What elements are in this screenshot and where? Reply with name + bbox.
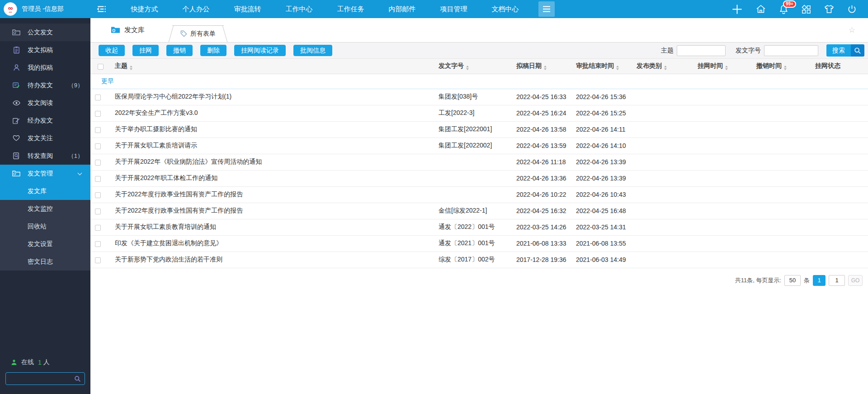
table-row[interactable]: 关于开展2022年职工体检工作的通知 2022-04-26 13:36 2022… bbox=[90, 170, 868, 186]
subject-input[interactable] bbox=[677, 45, 726, 56]
nav-item[interactable]: 工作任务 bbox=[325, 0, 377, 18]
page-title: 发文库 bbox=[111, 26, 145, 34]
nav-item[interactable]: 内部邮件 bbox=[377, 0, 428, 18]
row-checkbox[interactable] bbox=[95, 225, 101, 231]
doc-title[interactable]: 关于开展2022年职工体检工作的通知 bbox=[110, 170, 434, 186]
sidebar-item-jingban-fawen[interactable]: 经办发文 bbox=[0, 112, 90, 129]
doc-title[interactable]: 关于2022年度行政事业性国有资产工作的报告 bbox=[110, 203, 434, 219]
sort-arrows-icon[interactable] bbox=[664, 66, 667, 70]
sidebar-item-fawen-guanzhu[interactable]: 发文关注 bbox=[0, 129, 90, 147]
sidebar-subitem[interactable]: 发文监控 bbox=[0, 200, 90, 218]
more-menus-button[interactable] bbox=[538, 1, 555, 17]
home-icon[interactable] bbox=[755, 4, 766, 14]
nav-item[interactable]: 文档中心 bbox=[480, 0, 531, 18]
current-page-button[interactable]: 1 bbox=[813, 275, 826, 286]
column-header[interactable]: 主题 bbox=[110, 59, 434, 74]
approval-end-time: 2022-04-26 14:10 bbox=[571, 138, 632, 154]
search-button[interactable]: 搜索 bbox=[826, 44, 864, 57]
row-checkbox[interactable] bbox=[95, 127, 101, 133]
table-row[interactable]: 关于2022年度行政事业性国有资产工作的报告 2022-04-26 10:22 … bbox=[90, 186, 868, 203]
doc-title[interactable]: 关于新形势下党内政治生活的若干准则 bbox=[110, 252, 434, 268]
tab-all-forms[interactable]: 所有表单 bbox=[170, 25, 226, 42]
sidebar-search-icon[interactable] bbox=[74, 375, 81, 382]
toolbar-button[interactable]: 撤销 bbox=[166, 45, 193, 56]
column-header[interactable]: 审批结束时间 bbox=[571, 59, 632, 74]
row-checkbox[interactable] bbox=[95, 176, 101, 182]
column-header[interactable]: 发布类别 bbox=[632, 59, 693, 74]
new-create-icon[interactable] bbox=[731, 3, 743, 15]
sidebar-subitem[interactable]: 发文库 bbox=[0, 182, 90, 200]
column-header[interactable]: 挂网状态 bbox=[811, 59, 868, 74]
goto-page-input[interactable] bbox=[829, 275, 845, 286]
sort-arrows-icon[interactable] bbox=[544, 66, 547, 70]
toolbar-button[interactable]: 删除 bbox=[200, 45, 226, 56]
nav-item[interactable]: 个人办公 bbox=[170, 0, 222, 18]
menu-fold-icon[interactable] bbox=[96, 5, 107, 14]
sidebar-item-daiban-fawen[interactable]: 待办发文 （9） bbox=[0, 76, 90, 94]
table-row[interactable]: 印发《关于建立贫困退出机制的意见》 通发〔2021〕001号 2021-06-0… bbox=[90, 235, 868, 252]
doc-number: 金信[综发2022-1] bbox=[434, 203, 512, 219]
nav-item[interactable]: 工作中心 bbox=[274, 0, 325, 18]
sidebar-subitem[interactable]: 回收站 bbox=[0, 218, 90, 235]
toolbar-button[interactable]: 收起 bbox=[99, 45, 125, 56]
doc-title[interactable]: 关于2022年度行政事业性国有资产工作的报告 bbox=[110, 186, 434, 203]
go-button[interactable]: GO bbox=[848, 275, 863, 286]
toolbar-button[interactable]: 批阅信息 bbox=[293, 45, 332, 56]
notifications-bell-icon[interactable]: 99+ bbox=[778, 4, 789, 14]
sidebar-item-fawen-guanli[interactable]: 发文管理 bbox=[0, 165, 90, 182]
doc-title[interactable]: 关于开展女职工素质教育培训的通知 bbox=[110, 219, 434, 235]
row-checkbox[interactable] bbox=[95, 95, 101, 100]
nav-item[interactable]: 项目管理 bbox=[428, 0, 480, 18]
column-header[interactable]: 撤销时间 bbox=[752, 59, 811, 74]
row-checkbox[interactable] bbox=[95, 143, 101, 149]
table-row[interactable]: 2022年安全生产工作方案v3.0 工发[2022-3] 2022-04-25 … bbox=[90, 105, 868, 121]
table-row[interactable]: 关于2022年度行政事业性国有资产工作的报告 金信[综发2022-1] 2022… bbox=[90, 203, 868, 219]
toolbar-button[interactable]: 挂网 bbox=[132, 45, 159, 56]
table-row[interactable]: 关于开展女职工素质培训请示 集团工发[2022002] 2022-04-26 1… bbox=[90, 138, 868, 154]
column-header[interactable]: 发文字号 bbox=[434, 59, 512, 74]
sidebar-subitem[interactable]: 密文日志 bbox=[0, 253, 90, 271]
page-size-input[interactable] bbox=[784, 275, 801, 286]
sort-arrows-icon[interactable] bbox=[725, 66, 728, 70]
row-checkbox[interactable] bbox=[95, 209, 101, 214]
sort-arrows-icon[interactable] bbox=[616, 66, 619, 70]
theme-shirt-icon[interactable] bbox=[824, 4, 835, 14]
doc-title[interactable]: 关于开展2022年《职业病防治法》宣传周活动的通知 bbox=[110, 154, 434, 170]
row-checkbox[interactable] bbox=[95, 241, 101, 247]
nav-item[interactable]: 审批流转 bbox=[222, 0, 274, 18]
sidebar-item-zhuanfa-chayue[interactable]: 转发查阅 （1） bbox=[0, 147, 90, 165]
doc-title[interactable]: 关于举办职工摄影比赛的通知 bbox=[110, 121, 434, 138]
column-header[interactable]: 挂网时间 bbox=[693, 59, 752, 74]
table-row[interactable]: 关于开展女职工素质教育培训的通知 通发〔2022〕001号 2022-03-25… bbox=[90, 219, 868, 235]
docno-input[interactable] bbox=[764, 45, 818, 56]
table-row[interactable]: 关于开展2022年《职业病防治法》宣传周活动的通知 2022-04-26 11:… bbox=[90, 154, 868, 170]
favorite-star-icon[interactable]: ☆ bbox=[849, 25, 855, 35]
select-all-checkbox[interactable] bbox=[98, 64, 104, 70]
sidebar-item-gongwen-fawen[interactable]: 公文发文 bbox=[0, 24, 90, 41]
row-checkbox[interactable] bbox=[95, 192, 101, 198]
sort-arrows-icon[interactable] bbox=[130, 66, 132, 70]
row-checkbox[interactable] bbox=[95, 111, 101, 117]
sidebar-subitem[interactable]: 发文设置 bbox=[0, 235, 90, 253]
doc-title[interactable]: 关于开展女职工素质培训请示 bbox=[110, 138, 434, 154]
earlier-link[interactable]: 更早 bbox=[101, 77, 114, 85]
toolbar-button[interactable]: 挂网阅读记录 bbox=[234, 45, 286, 56]
doc-title[interactable]: 2022年安全生产工作方案v3.0 bbox=[110, 105, 434, 121]
apps-grid-icon[interactable] bbox=[801, 4, 811, 14]
sort-arrows-icon[interactable] bbox=[466, 66, 469, 70]
sidebar-item-fawen-yuedu[interactable]: 发文阅读 bbox=[0, 94, 90, 112]
table-row[interactable]: 关于举办职工摄影比赛的通知 集团工发[2022001] 2022-04-26 1… bbox=[90, 121, 868, 138]
nav-item[interactable]: 快捷方式 bbox=[119, 0, 170, 18]
table-row[interactable]: 医保局理论学习中心组2022年学习计划(1) 集团发[038]号 2022-04… bbox=[90, 89, 868, 105]
sidebar-search-input[interactable] bbox=[9, 375, 74, 382]
row-checkbox[interactable] bbox=[95, 160, 101, 166]
sort-arrows-icon[interactable] bbox=[784, 66, 787, 70]
doc-title[interactable]: 医保局理论学习中心组2022年学习计划(1) bbox=[110, 89, 434, 105]
sidebar-item-fawen-nigao[interactable]: 发文拟稿 bbox=[0, 41, 90, 59]
sidebar-item-wode-nigao[interactable]: 我的拟稿 bbox=[0, 59, 90, 76]
doc-title[interactable]: 印发《关于建立贫困退出机制的意见》 bbox=[110, 235, 434, 252]
power-logout-icon[interactable] bbox=[847, 4, 857, 14]
row-checkbox[interactable] bbox=[95, 257, 101, 263]
column-header[interactable]: 拟稿日期 bbox=[512, 59, 571, 74]
table-row[interactable]: 关于新形势下党内政治生活的若干准则 综发〔2017〕002号 2017-12-2… bbox=[90, 252, 868, 268]
